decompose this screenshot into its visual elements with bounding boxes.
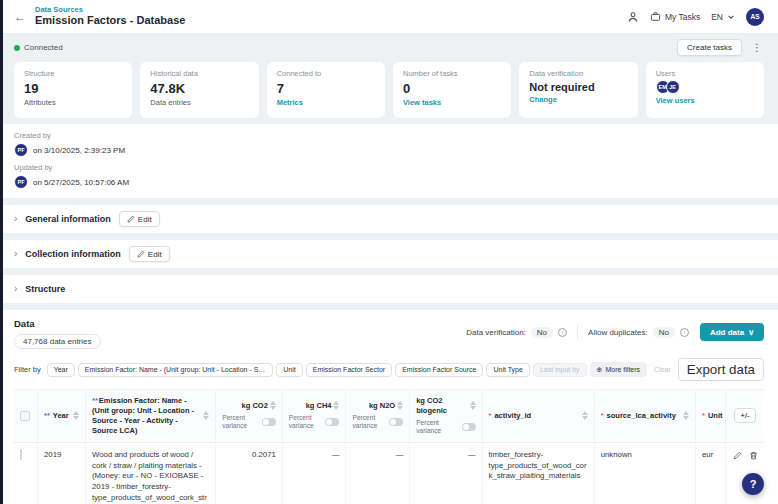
user-avatar-je: JE bbox=[666, 80, 680, 94]
sort-icon[interactable] bbox=[333, 401, 339, 410]
sort-icon[interactable] bbox=[73, 411, 79, 420]
sort-icon[interactable] bbox=[203, 411, 209, 420]
edit-label: Edit bbox=[148, 250, 162, 259]
export-data-button[interactable]: Export data bbox=[678, 358, 764, 381]
collapsed-sidebar-edge bbox=[0, 0, 3, 504]
more-menu-icon[interactable]: ⋮ bbox=[750, 42, 764, 53]
profile-icon[interactable] bbox=[627, 11, 639, 23]
updated-timestamp: on 5/27/2025, 10:57:06 AM bbox=[33, 178, 129, 187]
divider bbox=[577, 325, 578, 339]
view-users-link[interactable]: View users bbox=[656, 96, 754, 105]
filter-chip-year[interactable]: Year bbox=[47, 363, 75, 377]
breadcrumb[interactable]: Data Sources bbox=[35, 5, 185, 14]
sort-icon[interactable] bbox=[683, 411, 689, 420]
col-kg-co2[interactable]: kg CO2 Percent variance bbox=[216, 390, 283, 442]
stat-cards: Structure 19 Attributes Historical data … bbox=[14, 62, 764, 118]
language-selector[interactable]: EN bbox=[711, 12, 735, 22]
data-verification-value: No bbox=[531, 327, 553, 338]
card-label: Historical data bbox=[150, 69, 248, 78]
col-kg-ch4[interactable]: kg CH4 Percent variance bbox=[283, 390, 347, 442]
delete-row-icon[interactable] bbox=[749, 451, 758, 460]
col-co2-label: kg CO2 bbox=[242, 401, 268, 411]
col-year[interactable]: ** Year bbox=[38, 390, 86, 442]
chevron-right-icon[interactable]: › bbox=[14, 214, 17, 224]
filter-chip-ef-source[interactable]: Emission Factor Source bbox=[395, 363, 483, 377]
user-avatar[interactable]: AS bbox=[746, 8, 764, 26]
info-icon[interactable]: i bbox=[680, 328, 689, 337]
edit-row-icon[interactable] bbox=[733, 451, 742, 460]
percent-variance-label: Percent variance bbox=[222, 414, 259, 431]
created-by-label: Created by bbox=[14, 131, 764, 140]
create-tasks-button[interactable]: Create tasks bbox=[677, 39, 742, 56]
select-all-checkbox[interactable] bbox=[20, 411, 30, 421]
row-checkbox[interactable] bbox=[20, 449, 22, 460]
filter-chip-unit-type[interactable]: Unit Type bbox=[486, 363, 529, 377]
add-remove-columns-button[interactable]: +/- bbox=[734, 408, 757, 423]
percent-variance-toggle[interactable] bbox=[389, 418, 403, 426]
chevron-right-icon[interactable]: › bbox=[14, 284, 17, 294]
pencil-icon bbox=[127, 215, 135, 223]
col-unit: * Unit bbox=[696, 390, 726, 442]
required-marker: * bbox=[702, 411, 705, 421]
top-bar: ← Data Sources Emission Factors - Databa… bbox=[0, 0, 778, 34]
cell-kg-ch4: — bbox=[283, 443, 347, 504]
sort-icon[interactable] bbox=[270, 401, 276, 410]
filter-chip-unit[interactable]: Unit bbox=[276, 363, 302, 377]
card-label: Structure bbox=[24, 69, 122, 78]
help-button[interactable]: ? bbox=[742, 473, 764, 495]
page-title: Emission Factors - Database bbox=[35, 14, 185, 27]
col-kg-co2-biogenic[interactable]: kg CO2 biogenic Percent variance bbox=[410, 390, 482, 442]
info-icon[interactable]: i bbox=[558, 328, 567, 337]
data-title: Data bbox=[14, 318, 101, 329]
card-label: Data verification bbox=[529, 69, 627, 78]
card-sub: Data entries bbox=[150, 98, 248, 107]
pencil-icon bbox=[137, 250, 145, 258]
card-label: Users bbox=[656, 69, 754, 78]
percent-variance-toggle[interactable] bbox=[325, 418, 339, 426]
sort-icon[interactable] bbox=[470, 401, 476, 410]
section-structure: › Structure bbox=[0, 275, 778, 303]
chevron-right-icon[interactable]: › bbox=[14, 249, 17, 259]
data-verification-label: Data verification: bbox=[466, 328, 526, 337]
col-activity-id[interactable]: * activity_id bbox=[483, 390, 595, 442]
cell-source-lca-activity: unknown bbox=[595, 443, 696, 504]
col-n2o-label: kg N2O bbox=[369, 401, 395, 411]
my-tasks-button[interactable]: My Tasks bbox=[650, 11, 700, 22]
card-number-of-tasks: Number of tasks 0 View tasks bbox=[393, 62, 511, 118]
clear-filters-button: Clear bbox=[650, 366, 675, 373]
more-filters-button[interactable]: ⊕ More filters bbox=[590, 362, 648, 377]
allow-duplicates-value: No bbox=[653, 327, 675, 338]
sort-icon[interactable] bbox=[397, 401, 403, 410]
section-label[interactable]: Collection information bbox=[25, 249, 121, 259]
col-ef-label: Emission Factor: Name - (Unit group: Uni… bbox=[92, 396, 194, 434]
percent-variance-toggle[interactable] bbox=[462, 423, 476, 431]
add-data-button[interactable]: Add data ∨ bbox=[700, 323, 764, 341]
edit-general-info-button[interactable]: Edit bbox=[119, 211, 160, 227]
connected-dot-icon bbox=[14, 45, 20, 51]
col-activity-label: activity_id bbox=[494, 411, 531, 421]
connected-label: Connected bbox=[24, 43, 63, 52]
cell-activity-id: timber_forestry-type_products_of_wood_co… bbox=[483, 443, 595, 504]
percent-variance-toggle[interactable] bbox=[262, 418, 276, 426]
view-tasks-link[interactable]: View tasks bbox=[403, 98, 501, 107]
col-emission-factor[interactable]: **Emission Factor: Name - (Unit group: U… bbox=[86, 390, 216, 442]
metrics-link[interactable]: Metrics bbox=[277, 98, 375, 107]
back-icon[interactable]: ← bbox=[14, 11, 26, 23]
section-label[interactable]: Structure bbox=[25, 284, 65, 294]
card-value: Not required bbox=[529, 81, 627, 93]
edit-collection-info-button[interactable]: Edit bbox=[129, 246, 170, 262]
filter-chip-emission-factor[interactable]: Emission Factor: Name - (Unit group: Uni… bbox=[78, 363, 273, 377]
col-columns-toggle: +/- bbox=[726, 390, 764, 442]
status-row: Connected Create tasks ⋮ bbox=[0, 34, 778, 60]
change-link[interactable]: Change bbox=[529, 95, 627, 104]
filter-bar: Filter by Year Emission Factor: Name - (… bbox=[14, 358, 764, 381]
col-year-label: Year bbox=[53, 411, 69, 421]
card-data-verification: Data verification Not required Change bbox=[519, 62, 637, 118]
edit-label: Edit bbox=[138, 215, 152, 224]
filter-chip-ef-sector[interactable]: Emission Factor Sector bbox=[306, 363, 392, 377]
sort-icon[interactable] bbox=[582, 411, 588, 420]
percent-variance-label: Percent variance bbox=[352, 414, 386, 431]
col-kg-n2o[interactable]: kg N2O Percent variance bbox=[346, 390, 410, 442]
col-source-lca-activity[interactable]: * source_lca_activity bbox=[595, 390, 696, 442]
section-label[interactable]: General information bbox=[25, 214, 111, 224]
